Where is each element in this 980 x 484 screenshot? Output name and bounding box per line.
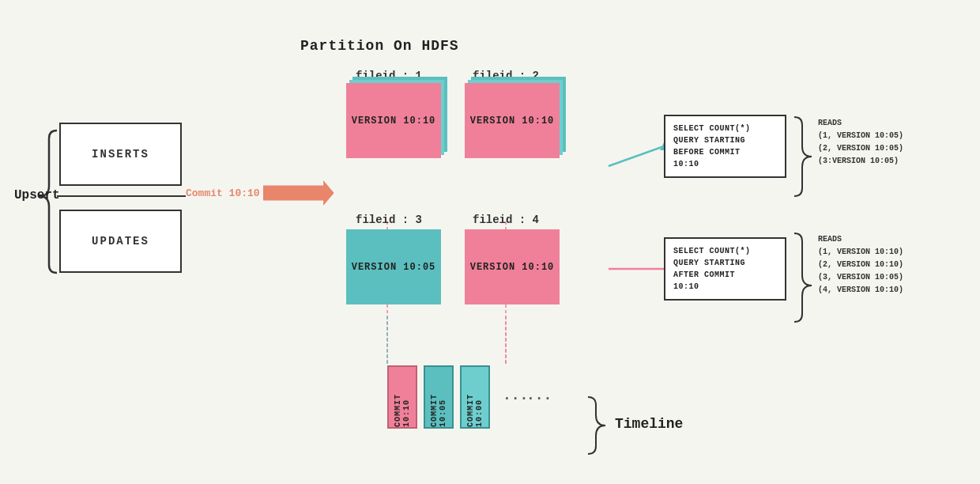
reads-before-section: READS (1, VERSION 10:05) (2, VERSION 10:…	[818, 117, 903, 168]
commit-10-10-label: COMMIT 10:10	[394, 367, 411, 427]
commit-10-05-box: COMMIT 10:05	[424, 365, 454, 429]
reads-after-item3: (3, VERSION 10:05)	[818, 273, 903, 282]
svg-line-5	[609, 146, 664, 166]
fileid3-label: fileid : 3	[356, 214, 422, 226]
reads-before-label: READS (1, VERSION 10:05) (2, VERSION 10:…	[818, 117, 903, 168]
reads-before-title: READS	[818, 119, 842, 127]
commit-arrow: Commit 10:10	[186, 180, 334, 206]
reads-after-title: READS	[818, 235, 842, 244]
upsert-label: Upsert	[14, 188, 60, 202]
diagram-container: Partition On HDFS Upsert INSERTS UPDATES…	[0, 0, 980, 484]
version2-label: VERSION 10:10	[470, 115, 555, 127]
commit-10-05-label: COMMIT 10:05	[430, 367, 447, 427]
commit-10-10-box: COMMIT 10:10	[387, 365, 417, 429]
reads-after-item4: (4, VERSION 10:10)	[818, 285, 903, 294]
timeline-label: Timeline	[615, 416, 683, 432]
dots-1: ...	[503, 388, 528, 403]
updates-box: UPDATES	[59, 210, 182, 273]
query-before-text: SELECT COUNT(*)QUERY STARTINGBEFORE COMM…	[673, 124, 751, 168]
version1-label: VERSION 10:10	[352, 115, 436, 127]
commit-10-00-box: COMMIT 10:00	[460, 365, 490, 429]
commit-10-00-label: COMMIT 10:00	[466, 367, 484, 427]
fileid4-label: fileid : 4	[473, 214, 539, 226]
reads-after-label: READS (1, VERSION 10:10) (2, VERSION 10:…	[818, 233, 903, 297]
reads-before-item1: (1, VERSION 10:05)	[818, 131, 903, 140]
inserts-box: INSERTS	[59, 123, 182, 186]
file-stack-1-front: VERSION 10:10	[346, 83, 441, 158]
file-stack-2-front: VERSION 10:10	[465, 83, 560, 158]
file-4: VERSION 10:10	[465, 229, 560, 304]
query-after-text: SELECT COUNT(*)QUERY STARTINGAFTER COMMI…	[673, 247, 751, 291]
file-3: VERSION 10:05	[346, 229, 441, 304]
arrow-shape	[263, 180, 334, 206]
updates-label: UPDATES	[92, 235, 149, 248]
partition-title: Partition On HDFS	[300, 38, 459, 54]
commit-arrow-label: Commit 10:10	[186, 187, 260, 199]
version3-label: VERSION 10:05	[352, 262, 436, 273]
inserts-label: INSERTS	[92, 148, 149, 161]
version4-label: VERSION 10:10	[470, 262, 555, 273]
reads-after-item1: (1, VERSION 10:10)	[818, 248, 903, 256]
query-before-box: SELECT COUNT(*)QUERY STARTINGBEFORE COMM…	[664, 115, 786, 178]
reads-before-item2: (2, VERSION 10:05)	[818, 144, 903, 153]
dots-2: ...	[526, 388, 552, 403]
reads-before-item3: (3:VERSION 10:05)	[818, 157, 899, 165]
reads-after-item2: (2, VERSION 10:10)	[818, 260, 903, 269]
query-after-box: SELECT COUNT(*)QUERY STARTINGAFTER COMMI…	[664, 237, 786, 301]
reads-after-section: READS (1, VERSION 10:10) (2, VERSION 10:…	[818, 233, 903, 297]
